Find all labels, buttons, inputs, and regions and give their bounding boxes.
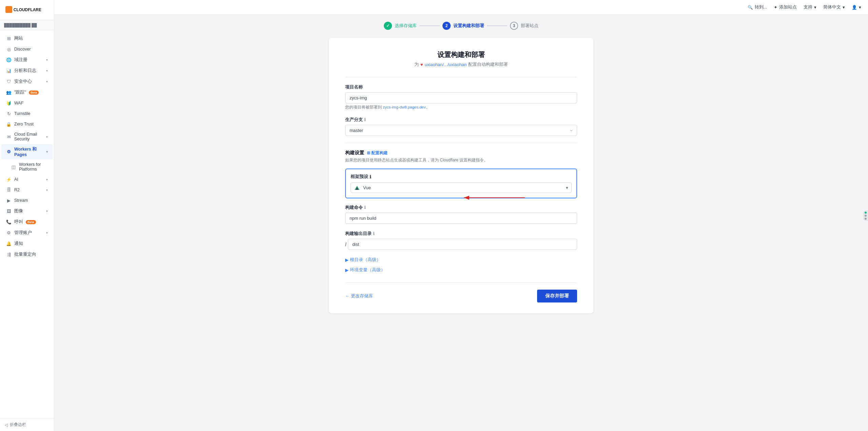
stepper: ✓ 选择存储库 2 设置构建和部署 3 部署站点 [384, 22, 538, 30]
project-name-link[interactable]: zycs-img-dw8.pages.dev [383, 105, 426, 109]
chevron-down-icon: ▾ [46, 209, 48, 213]
step-2-circle: 2 [442, 22, 451, 30]
language-button[interactable]: 简体中文 ▾ [823, 4, 845, 10]
build-output-group: 构建输出目录 ℹ / [345, 231, 577, 250]
sidebar-item-turnstile[interactable]: ↻ Turnstile [1, 109, 53, 119]
build-settings-desc: 如果您的项目使用静态站点生成器或构建工具，请为 Cloudflare 设置构建指… [345, 157, 577, 163]
globe-icon: 🌐 [6, 57, 12, 63]
config-build-link[interactable]: ⊞ ⊞ 配置构建 配置构建 [367, 150, 388, 156]
framework-preset-group: 框架预设 ℹ Vue React [345, 169, 577, 198]
build-settings-group: 构建设置 ⊞ ⊞ 配置构建 配置构建 如果您的项目使用静态站点生成器或构建工具，… [345, 150, 577, 250]
cloudflare-logo: CLOUDFLARE [5, 5, 43, 14]
sidebar-item-genzong[interactable]: 👥 "跟踪" Beta [1, 87, 53, 98]
sidebar: CLOUDFLARE ██████████ ██ ⊞ 网站 ◎ Discover… [0, 0, 54, 431]
chevron-right-icon: ▶ [345, 268, 349, 273]
build-command-group: 构建命令 ℹ [345, 204, 577, 224]
search-button[interactable]: 🔍 转到... [748, 4, 767, 10]
framework-select-wrapper: Vue React Next.js Nuxt.js Angular None ▾ [351, 182, 572, 193]
users-icon: 👥 [6, 90, 12, 95]
collapse-icon: ◁ [5, 423, 8, 427]
build-output-label: 构建输出目录 ℹ [345, 231, 577, 237]
sidebar-logo: CLOUDFLARE [0, 0, 54, 20]
build-output-prefix: / [345, 242, 347, 247]
database-icon: 🗄 [6, 187, 12, 193]
step-divider-2 [487, 25, 507, 26]
production-branch-label: 生产分支 ℹ [345, 117, 577, 123]
repo-icon: ♥ [420, 62, 423, 67]
env-vars-collapsible[interactable]: ▶ 环境变量（高级） [345, 267, 577, 273]
divider-2 [345, 143, 577, 143]
sidebar-item-stream[interactable]: ▶ Stream [1, 195, 53, 205]
step-divider-1 [419, 25, 440, 26]
project-name-label: 项目名称 [345, 84, 577, 90]
main: 🔍 转到... ✦ 添加站点 支持 ▾ 简体中文 ▾ 👤 ▾ ✓ 选择存储库 [54, 0, 868, 431]
sidebar-item-fenxi[interactable]: 📊 分析和日志 ▾ [1, 65, 53, 76]
beta-badge: Beta [29, 91, 39, 95]
zap-icon: ⚡ [6, 177, 12, 182]
sidebar-collapse[interactable]: ◁ 折叠边栏 [0, 418, 54, 431]
step-3: 3 部署站点 [510, 22, 538, 30]
sidebar-item-ai[interactable]: ⚡ AI ▾ [1, 174, 53, 184]
root-dir-collapsible[interactable]: ▶ 根目录（高级） [345, 257, 577, 263]
lock-icon: 🔒 [6, 121, 12, 127]
info-icon-output: ℹ [373, 231, 375, 236]
project-name-group: 项目名称 您的项目将被部署到 zycs-img-dw8.pages.dev。 [345, 84, 577, 110]
sidebar-item-discover[interactable]: ◎ Discover [1, 44, 53, 54]
chevron-down-icon: ▾ [814, 5, 816, 10]
user-icon: 👤 [852, 5, 857, 10]
chevron-down-icon: ▾ [46, 69, 48, 73]
sidebar-item-waf[interactable]: 🔰 WAF [1, 98, 53, 108]
chevron-down-icon: ▾ [859, 5, 861, 10]
step-3-circle: 3 [510, 22, 518, 30]
indicator-dot [865, 212, 867, 214]
save-deploy-button[interactable]: 保存并部署 [537, 290, 577, 302]
sidebar-item-wangzhan[interactable]: ⊞ 网站 [1, 33, 53, 44]
chevron-down-icon: ▾ [46, 150, 48, 154]
user-button[interactable]: 👤 ▾ [852, 5, 861, 10]
production-branch-group: 生产分支 ℹ master [345, 117, 577, 136]
project-name-hint: 您的项目将被部署到 zycs-img-dw8.pages.dev。 [345, 105, 577, 110]
bell-icon: 🔔 [6, 241, 12, 247]
grid-icon: ⊞ [6, 36, 12, 41]
framework-preset-select[interactable]: Vue React Next.js Nuxt.js Angular None [351, 182, 572, 193]
sidebar-item-piliangzhongdingxiang[interactable]: ⇶ 批量重定向 [1, 249, 53, 260]
sidebar-item-yuzhu[interactable]: 🌐 域注册 ▾ [1, 55, 53, 65]
build-command-input[interactable] [345, 213, 577, 224]
sidebar-item-workerspages[interactable]: ⚙ Workers 和 Pages ▾ [1, 144, 53, 159]
config-icon: ⊞ [367, 151, 370, 155]
sidebar-item-cloudemail[interactable]: ✉ Cloud Email Security ▾ [1, 130, 53, 144]
build-output-input[interactable] [348, 239, 577, 250]
git-merge-icon: ⇶ [6, 252, 12, 257]
filter-icon: 🔰 [6, 100, 12, 106]
sidebar-item-zerotrust[interactable]: 🔒 Zero Trust [1, 119, 53, 129]
step-1-circle: ✓ [384, 22, 392, 30]
sidebar-item-workersplatforms[interactable]: ◫ Workers for Platforms [1, 160, 53, 174]
chevron-right-icon: ▶ [345, 257, 349, 262]
project-name-input[interactable] [345, 92, 577, 103]
indicator-dot [865, 218, 867, 220]
sidebar-item-huhuan[interactable]: 📞 呼叫 Beta [1, 217, 53, 227]
account-badge: ██████████ ██ [0, 20, 54, 30]
sidebar-item-image[interactable]: 🖼 图像 ▾ [1, 206, 53, 216]
chevron-down-icon: ▾ [46, 178, 48, 181]
step-1: ✓ 选择存储库 [384, 22, 417, 30]
build-output-wrapper: / [345, 239, 577, 250]
sidebar-item-guanlizhanghu[interactable]: ⚙ 管理账户 ▾ [1, 228, 53, 238]
production-branch-select[interactable]: master [345, 125, 577, 136]
sidebar-item-tongzhi[interactable]: 🔔 通知 [1, 238, 53, 249]
sidebar-item-anquan[interactable]: 🛡 安全中心 ▾ [1, 76, 53, 87]
support-button[interactable]: 支持 ▾ [804, 4, 816, 10]
info-icon: ℹ [364, 117, 366, 122]
content-area: ✓ 选择存储库 2 设置构建和部署 3 部署站点 设置构建和部署 为 ♥ uxi… [54, 15, 868, 431]
main-card: 设置构建和部署 为 ♥ uxiaohan/.../uxiaohan 配置自动构建… [329, 38, 593, 313]
topnav: 🔍 转到... ✦ 添加站点 支持 ▾ 简体中文 ▾ 👤 ▾ [54, 0, 868, 15]
sidebar-item-r2[interactable]: 🗄 R2 ▾ [1, 185, 53, 195]
sidebar-nav: ⊞ 网站 ◎ Discover 🌐 域注册 ▾ 📊 分析和日志 ▾ 🛡 安全中心… [0, 30, 54, 418]
compass-icon: ◎ [6, 46, 12, 52]
add-site-button[interactable]: ✦ 添加站点 [774, 4, 797, 10]
back-link[interactable]: ← 更改存储库 [345, 293, 373, 299]
right-indicator [863, 210, 868, 221]
svg-rect-0 [5, 6, 12, 13]
plus-icon: ✦ [774, 5, 777, 10]
page-title: 设置构建和部署 [345, 50, 577, 59]
